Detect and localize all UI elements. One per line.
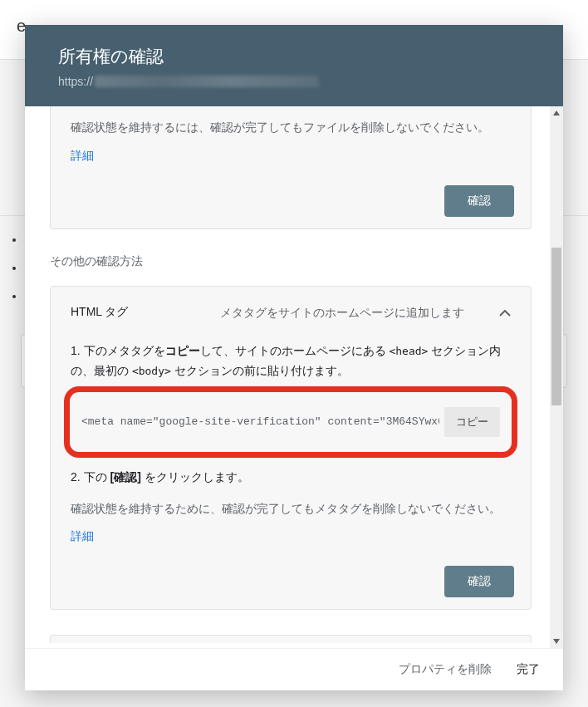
details-link[interactable]: 詳細 bbox=[71, 529, 94, 543]
copy-button[interactable]: コピー bbox=[444, 407, 500, 437]
html-tag-note: 確認状態を維持するために、確認が完了してもメタタグを削除しないでください。 bbox=[71, 499, 511, 519]
step-2: 2. 下の [確認] をクリックします。 bbox=[71, 468, 511, 488]
details-link[interactable]: 詳細 bbox=[71, 149, 94, 162]
modal-body: 確認状態を維持するには、確認が完了してもファイルを削除しないでください。 詳細 … bbox=[25, 106, 563, 648]
modal-header: 所有権の確認 https:// bbox=[25, 25, 563, 106]
done-button[interactable]: 完了 bbox=[517, 662, 540, 677]
method-card-file: 確認状態を維持するには、確認が完了してもファイルを削除しないでください。 詳細 … bbox=[50, 106, 532, 229]
ownership-verification-modal: 所有権の確認 https:// 確認状態を維持するには、確認が完了してもファイル… bbox=[25, 25, 563, 690]
meta-tag-code[interactable]: <meta name="google-site-verification" co… bbox=[81, 415, 439, 428]
method-card-peek bbox=[50, 635, 532, 643]
chevron-up-icon[interactable] bbox=[499, 306, 511, 319]
other-methods-heading: その他の確認方法 bbox=[50, 254, 532, 269]
method-title: HTML タグ bbox=[71, 305, 220, 320]
scroll-down-icon[interactable] bbox=[551, 636, 561, 646]
modal-footer: プロパティを削除 完了 bbox=[25, 648, 563, 690]
step-1: 1. 下のメタタグをコピーして、サイトのホームページにある <head> セクシ… bbox=[71, 341, 511, 381]
method-description: メタタグをサイトのホームページに追加します bbox=[220, 303, 499, 322]
modal-title: 所有権の確認 bbox=[58, 45, 530, 68]
scrollbar-thumb[interactable] bbox=[551, 248, 561, 405]
scrollbar-track[interactable] bbox=[550, 106, 563, 648]
modal-site-url: https:// bbox=[58, 75, 530, 88]
file-method-note: 確認状態を維持するには、確認が完了してもファイルを削除しないでください。 bbox=[71, 118, 511, 138]
meta-tag-highlight: <meta name="google-site-verification" co… bbox=[64, 386, 517, 458]
remove-property-link[interactable]: プロパティを削除 bbox=[399, 662, 492, 677]
scroll-up-icon[interactable] bbox=[551, 108, 561, 118]
method-card-html-tag: HTML タグ メタタグをサイトのホームページに追加します 1. 下のメタタグを… bbox=[50, 286, 532, 611]
confirm-button[interactable]: 確認 bbox=[444, 185, 514, 217]
confirm-button[interactable]: 確認 bbox=[444, 566, 514, 597]
method-header[interactable]: HTML タグ メタタグをサイトのホームページに追加します bbox=[51, 287, 531, 338]
